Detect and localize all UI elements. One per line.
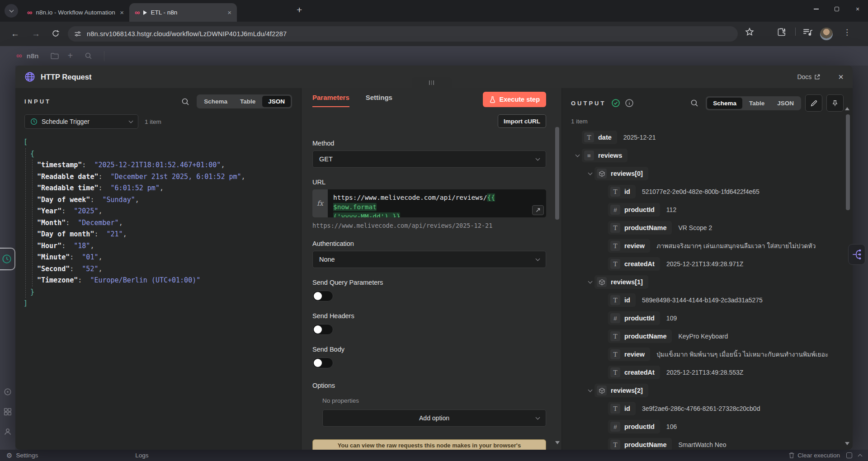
expander[interactable] [585, 390, 594, 391]
browser-menu-icon[interactable]: ⋮ [843, 28, 851, 37]
expander[interactable] [585, 281, 594, 283]
input-view-tab[interactable]: JSON [262, 96, 291, 107]
type-icon: T [610, 404, 620, 414]
settings-gear-icon[interactable]: ⚙ [6, 452, 12, 460]
info-icon[interactable] [625, 99, 634, 108]
sidebar-templates-icon[interactable] [4, 408, 12, 416]
input-heading: INPUT [24, 98, 51, 105]
toggle-switch-off[interactable] [312, 291, 333, 301]
scroll-down-icon[interactable] [845, 442, 849, 445]
field-pill[interactable]: ≡ reviews [582, 149, 627, 162]
new-tab-button[interactable]: + [297, 5, 302, 14]
field-pill[interactable]: T productName [608, 438, 672, 450]
settings-label[interactable]: Settings [16, 452, 38, 459]
schema-preview-button[interactable] [848, 244, 865, 265]
field-pill[interactable]: T review [608, 239, 650, 253]
toggle-switch-off[interactable] [312, 358, 333, 368]
output-view-tab[interactable]: Table [743, 98, 770, 109]
input-search-icon[interactable] [181, 98, 189, 106]
pin-data-button[interactable] [826, 94, 844, 112]
sidebar-user-icon[interactable] [4, 428, 12, 436]
field-pill[interactable]: reviews[1] [594, 275, 648, 289]
field-pill[interactable]: reviews[0] [594, 167, 648, 180]
add-option-select[interactable]: Add option [322, 409, 546, 427]
chat-panel-icon[interactable] [846, 452, 852, 458]
field-pill[interactable]: T review [608, 348, 650, 361]
field-pill[interactable]: T productName [608, 329, 672, 343]
tab-close-icon[interactable]: × [226, 9, 232, 16]
method-select[interactable]: GET [312, 151, 546, 168]
parameters-scrollbar-thumb[interactable] [555, 127, 559, 220]
docs-link[interactable]: Docs [797, 73, 820, 80]
open-expression-editor-button[interactable] [532, 205, 544, 215]
scroll-down-icon[interactable] [555, 441, 560, 444]
chevron-down-icon [575, 153, 580, 157]
url-expression-field[interactable]: fx https://www.melivecode.com/api/review… [312, 189, 546, 217]
url-bar[interactable]: n8n.srv1068143.hstgr.cloud/workflow/LzDW… [68, 26, 738, 42]
node-tab[interactable]: Parameters [312, 94, 349, 107]
site-info-icon[interactable] [74, 30, 81, 38]
field-pill[interactable]: T date [582, 131, 617, 144]
canvas-search-icon[interactable] [85, 52, 92, 60]
url-expression-text[interactable]: https://www.melivecode.com/api/reviews/{… [328, 189, 546, 217]
output-scrollbar-thumb[interactable] [846, 114, 850, 210]
add-icon[interactable]: + [68, 51, 73, 61]
browser-tab[interactable]: ∞ ETL - n8n × [129, 3, 237, 22]
expander[interactable] [585, 173, 594, 174]
panel-drag-handle[interactable] [412, 77, 452, 88]
media-controls-icon[interactable] [803, 28, 813, 37]
logs-panel-label[interactable]: Logs [135, 452, 148, 459]
node-tab[interactable]: Settings [366, 94, 392, 107]
field-pill[interactable]: # productId [608, 420, 660, 433]
input-view-tab[interactable]: Table [234, 96, 261, 107]
tab-close-icon[interactable]: × [119, 9, 125, 16]
type-icon: T [584, 132, 594, 142]
back-button[interactable]: ← [11, 28, 19, 40]
execute-step-button[interactable]: Execute step [483, 92, 546, 107]
input-view-tab[interactable]: Schema [198, 96, 233, 107]
chevron-down-icon [588, 171, 592, 175]
field-pill[interactable]: # productId [608, 311, 660, 325]
window-minimize-button[interactable] [806, 0, 826, 18]
edit-output-button[interactable] [805, 94, 822, 112]
import-curl-button[interactable]: Import cURL [498, 114, 546, 128]
tab-search-button[interactable] [5, 4, 18, 18]
close-dialog-icon[interactable]: × [838, 72, 844, 81]
authentication-select[interactable]: None [312, 251, 546, 268]
folder-icon[interactable] [51, 52, 59, 60]
browser-tab[interactable]: ∞ n8n.io - Workflow Automation × [22, 3, 129, 22]
field-value: KeyPro Keyboard [678, 333, 728, 340]
output-view-tab[interactable]: JSON [771, 98, 800, 109]
expander[interactable] [573, 155, 582, 156]
window-controls: × [806, 0, 868, 18]
field-pill[interactable]: T createdAt [608, 366, 660, 379]
field-pill[interactable]: T id [608, 402, 636, 415]
schedule-trigger-node[interactable] [0, 248, 15, 270]
extensions-icon[interactable] [777, 28, 786, 36]
output-tree-row: T id 521077e2-2e0d-482e-800b-1fd6422f4e6… [571, 183, 844, 201]
sidebar-insights-icon[interactable] [4, 388, 12, 396]
field-pill[interactable]: reviews[2] [594, 384, 648, 397]
browser-toolbar: ← → n8n.srv1068143.hstgr.cloud/workflow/… [0, 22, 868, 46]
field-key: productName [624, 441, 666, 448]
input-source-select[interactable]: Schedule Trigger [24, 114, 138, 129]
window-maximize-button[interactable] [826, 0, 847, 18]
field-pill[interactable]: # productId [608, 203, 660, 216]
scroll-up-icon[interactable] [845, 107, 849, 110]
input-items-count: 1 item [145, 118, 161, 125]
field-pill[interactable]: T productName [608, 221, 672, 235]
reload-button[interactable] [52, 29, 60, 38]
forward-button[interactable]: → [32, 28, 40, 40]
field-pill[interactable]: T id [608, 293, 636, 307]
field-pill[interactable]: T id [608, 185, 636, 198]
profile-avatar[interactable] [820, 28, 833, 40]
clear-execution-button[interactable]: Clear execution [797, 452, 840, 459]
header-divider [104, 51, 104, 61]
window-close-button[interactable]: × [847, 0, 868, 18]
bookmark-star-icon[interactable] [745, 28, 754, 37]
field-pill[interactable]: T createdAt [608, 257, 660, 271]
output-search-icon[interactable] [690, 99, 698, 107]
expand-panel-icon[interactable] [858, 454, 863, 459]
output-view-tab[interactable]: Schema [707, 98, 742, 109]
toggle-switch-off[interactable] [312, 324, 333, 335]
